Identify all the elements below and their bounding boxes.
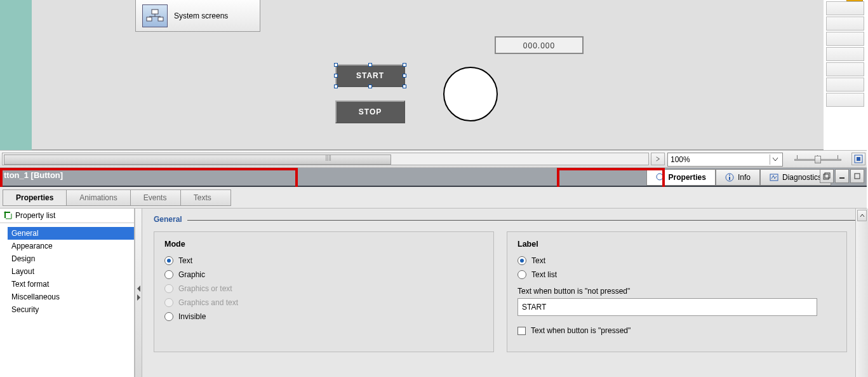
restore-pane-button[interactable]: [820, 169, 834, 183]
hmi-readout-value: 000.000: [523, 41, 555, 50]
radio-icon: [517, 270, 526, 279]
svg-point-7: [657, 174, 663, 180]
property-list-header[interactable]: Property list: [0, 209, 134, 223]
system-screens-icon: [142, 4, 168, 27]
subtab-animations[interactable]: Animations: [66, 189, 130, 206]
hmi-canvas[interactable]: System screens START STOP 000.000: [32, 0, 824, 150]
subtab-animations-label: Animations: [79, 193, 117, 202]
inspector-header: tton_1 [Button] Properties Info Diagnost…: [0, 168, 867, 187]
scroll-up-button[interactable]: [857, 210, 867, 221]
not-pressed-text-input[interactable]: [517, 298, 817, 316]
selection-handle[interactable]: [403, 74, 406, 78]
subtab-properties[interactable]: Properties: [3, 189, 67, 206]
subtab-texts[interactable]: Texts: [180, 189, 231, 206]
marker-row: [826, 1, 864, 15]
mode-radio-text[interactable]: Text: [164, 256, 483, 265]
inspector-body: Property list General Appearance Design …: [0, 209, 867, 377]
mode-group: Mode Text Graphic Graphics or text Graph…: [154, 231, 494, 352]
zoom-slider[interactable]: [788, 153, 848, 167]
tab-info-label: Info: [738, 173, 751, 182]
radio-icon: [164, 284, 173, 293]
mode-graphics-and-text-label: Graphics and text: [178, 298, 238, 307]
system-screens-button[interactable]: System screens: [135, 0, 260, 32]
selection-handle[interactable]: [368, 63, 372, 67]
zoom-value: 100%: [671, 155, 690, 164]
radio-icon: [164, 256, 173, 265]
mode-group-head: Mode: [164, 240, 483, 249]
subtab-properties-label: Properties: [16, 193, 53, 202]
system-screens-label: System screens: [174, 11, 228, 20]
mode-radio-graphic[interactable]: Graphic: [164, 270, 483, 279]
svg-rect-13: [824, 174, 829, 179]
selected-object-title: tton_1 [Button]: [4, 170, 63, 180]
mode-radio-invisible[interactable]: Invisible: [164, 312, 483, 321]
section-title-label: General: [154, 215, 182, 224]
svg-rect-3: [147, 17, 152, 21]
marker-row: [826, 78, 864, 92]
zoom-select[interactable]: 100%: [667, 153, 783, 167]
prop-item-miscellaneous[interactable]: Miscellaneous: [8, 291, 134, 303]
prop-item-label: General: [11, 229, 39, 238]
subtab-events[interactable]: Events: [130, 189, 181, 206]
label-radio-text[interactable]: Text: [517, 256, 836, 265]
selection-handle[interactable]: [403, 63, 406, 67]
subtab-events-label: Events: [144, 193, 167, 202]
label-radio-text-list[interactable]: Text list: [517, 270, 836, 279]
prop-item-label: Design: [11, 254, 35, 263]
scroll-right-button[interactable]: [651, 153, 665, 165]
mode-graphics-or-text-label: Graphics or text: [178, 284, 232, 293]
prop-item-text-format[interactable]: Text format: [8, 278, 134, 291]
selection-handle[interactable]: [334, 63, 338, 67]
svg-line-8: [662, 179, 665, 182]
prop-item-label: Layout: [11, 267, 34, 276]
prop-item-layout[interactable]: Layout: [8, 265, 134, 278]
hmi-readout-field[interactable]: 000.000: [495, 36, 584, 54]
general-settings-pane: General Mode Text Graphic Graphics or te…: [142, 209, 867, 377]
svg-rect-16: [855, 174, 860, 179]
label-group-head: Label: [517, 240, 836, 249]
selection-handle[interactable]: [368, 85, 372, 88]
radio-icon: [164, 312, 173, 321]
list-icon: [4, 211, 13, 220]
hmi-start-button[interactable]: START: [335, 64, 405, 87]
fit-screen-icon: [854, 154, 863, 163]
selection-handle[interactable]: [334, 85, 338, 88]
minimize-pane-button[interactable]: [835, 169, 849, 183]
marker-row: [826, 32, 864, 46]
prop-item-design[interactable]: Design: [8, 252, 134, 265]
marker-row: [826, 47, 864, 61]
marker-row: [826, 62, 864, 76]
prop-item-appearance[interactable]: Appearance: [8, 240, 134, 252]
selection-handle[interactable]: [334, 74, 338, 78]
mode-radio-graphics-or-text: Graphics or text: [164, 284, 483, 293]
label-group: Label Text Text list Text when button is…: [507, 231, 847, 352]
scrollbar-thumb[interactable]: [4, 154, 391, 165]
tab-properties[interactable]: Properties: [646, 169, 716, 186]
fit-screen-button[interactable]: [851, 153, 865, 165]
hmi-indicator-circle[interactable]: [443, 67, 498, 121]
design-canvas: System screens START STOP 000.000: [0, 0, 867, 150]
diagnostics-icon: [770, 173, 778, 182]
minimize-icon: [838, 172, 846, 180]
maximize-icon: [853, 172, 861, 180]
property-list-head-label: Property list: [15, 211, 55, 220]
pressed-checkbox-row[interactable]: Text when button is "pressed": [517, 326, 836, 335]
prop-item-label: Security: [11, 305, 39, 314]
radio-icon: [517, 256, 526, 265]
mode-text-label: Text: [178, 256, 192, 265]
pane-resizer[interactable]: [135, 209, 142, 377]
hmi-stop-button[interactable]: STOP: [335, 100, 405, 123]
selection-handle[interactable]: [403, 85, 406, 88]
restore-icon: [823, 172, 831, 180]
radio-icon: [164, 298, 173, 307]
horizontal-scrollbar[interactable]: ||||: [2, 153, 649, 165]
tab-info[interactable]: Info: [716, 169, 760, 186]
slider-knob[interactable]: [815, 156, 821, 163]
vertical-scrollbar[interactable]: [855, 209, 868, 377]
maximize-pane-button[interactable]: [850, 169, 864, 183]
prop-item-general[interactable]: General: [8, 227, 134, 240]
prop-item-security[interactable]: Security: [8, 303, 134, 316]
chevron-left-icon: [137, 285, 140, 292]
checkbox-icon: [517, 327, 526, 335]
section-title: General: [154, 215, 855, 224]
